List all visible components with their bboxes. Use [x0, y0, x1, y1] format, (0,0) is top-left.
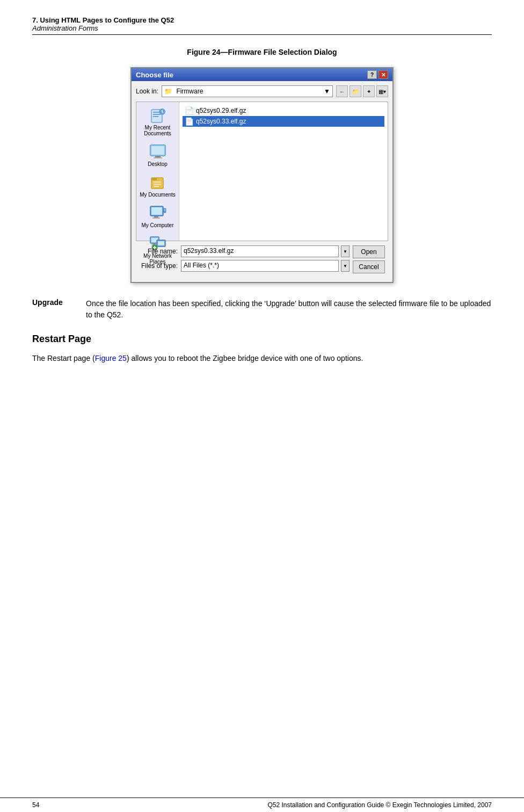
open-button[interactable]: Open	[353, 245, 385, 258]
page-header: 7. Using HTML Pages to Configure the Q52…	[32, 16, 492, 35]
svg-rect-20	[164, 209, 165, 211]
upgrade-definition-text: Once the file location has been specifie…	[86, 298, 492, 321]
filename-value: q52sys0.33.elf.gz	[184, 247, 234, 255]
svg-rect-2	[153, 114, 161, 115]
svg-rect-8	[155, 156, 161, 157]
fields-section: File name: q52sys0.33.elf.gz ▼	[139, 245, 350, 274]
filename-input-wrapper: q52sys0.33.elf.gz ▼	[181, 245, 350, 257]
filename-dropdown-arrow[interactable]: ▼	[341, 245, 350, 257]
content-section: Upgrade Once the file location has been …	[32, 298, 492, 364]
svg-rect-23	[152, 243, 156, 244]
file-name-1: q52sys0.29.elf.gz	[196, 107, 246, 114]
svg-rect-12	[154, 182, 161, 183]
svg-rect-18	[152, 218, 160, 219]
svg-rect-11	[151, 178, 157, 180]
dialog-body: Look in: 📁 Firmware ▼ ← 📁 ✦ ▦▾	[132, 81, 392, 282]
restart-text-after: ) allows you to reboot the Zigbee bridge…	[127, 354, 363, 363]
computer-icon	[149, 204, 166, 221]
chapter-title: 7. Using HTML Pages to Configure the Q52	[32, 16, 492, 24]
lookin-value: Firmware	[176, 88, 203, 95]
filetype-input[interactable]: All Files (*.*)	[181, 260, 339, 272]
file-item-1[interactable]: 📄 q52sys0.29.elf.gz	[183, 105, 384, 116]
filename-input[interactable]: q52sys0.33.elf.gz	[181, 245, 339, 257]
restart-heading: Restart Page	[32, 334, 492, 345]
dialog-main-area: My Recent Documents	[136, 102, 388, 241]
figure-container: Choose file ? ✕ Look in: 📁 Firmware	[32, 67, 492, 283]
folder-icon: 📁	[164, 88, 172, 95]
dropdown-arrow-icon: ▼	[324, 88, 330, 95]
close-button[interactable]: ✕	[379, 70, 388, 79]
sidebar-item-recent[interactable]: My Recent Documents	[139, 106, 177, 136]
svg-rect-9	[154, 157, 162, 158]
view-button[interactable]: ▦▾	[376, 85, 388, 97]
back-button[interactable]: ←	[336, 85, 348, 97]
filetype-row: Files of type: All Files (*.*) ▼	[139, 260, 350, 272]
upgrade-term: Upgrade	[32, 298, 75, 321]
filetype-label: Files of type:	[139, 262, 178, 270]
copyright: Q52 Installation and Configuration Guide…	[267, 801, 492, 809]
svg-rect-16	[151, 207, 162, 215]
bottom-row: File name: q52sys0.33.elf.gz ▼	[139, 245, 385, 274]
svg-rect-26	[158, 241, 164, 245]
toolbar-icons: ← 📁 ✦ ▦▾	[336, 85, 388, 97]
sidebar-label-documents: My Documents	[140, 192, 176, 198]
filetype-input-wrapper: All Files (*.*) ▼	[181, 260, 350, 272]
upgrade-definition: Upgrade Once the file location has been …	[32, 298, 492, 321]
desktop-icon	[149, 143, 166, 160]
up-folder-button[interactable]: 📁	[350, 85, 361, 97]
filetype-dropdown-arrow[interactable]: ▼	[341, 260, 350, 272]
sidebar-item-desktop[interactable]: Desktop	[139, 143, 177, 167]
cancel-button[interactable]: Cancel	[353, 260, 385, 273]
lookin-dropdown[interactable]: 📁 Firmware ▼	[162, 85, 333, 97]
svg-rect-3	[153, 116, 158, 117]
dialog-titlebar: Choose file ? ✕	[132, 68, 392, 81]
sidebar-label-computer: My Computer	[141, 222, 173, 228]
file-name-2: q52sys0.33.elf.gz	[196, 118, 246, 125]
documents-icon	[149, 173, 166, 191]
recent-icon	[149, 106, 166, 124]
file-dialog: Choose file ? ✕ Look in: 📁 Firmware	[130, 67, 394, 283]
restart-text-before: The Restart page (	[32, 354, 95, 363]
sidebar-label-recent: My Recent Documents	[139, 125, 177, 136]
sidebar-panel: My Recent Documents	[136, 102, 179, 241]
svg-rect-17	[154, 216, 158, 218]
dialog-title: Choose file	[136, 71, 173, 79]
filetype-value: All Files (*.*)	[184, 262, 219, 269]
create-folder-button[interactable]: ✦	[363, 85, 375, 97]
figure25-link[interactable]: Figure 25	[95, 354, 127, 363]
lookin-label: Look in:	[136, 88, 158, 95]
footer: 54 Q52 Installation and Configuration Gu…	[0, 798, 524, 812]
help-button[interactable]: ?	[367, 70, 377, 79]
file-icon-1: 📄	[185, 106, 194, 115]
dialog-controls: ? ✕	[367, 70, 388, 79]
bottom-section: File name: q52sys0.33.elf.gz ▼	[136, 241, 388, 278]
file-icon-2: 📄	[185, 117, 194, 126]
sidebar-item-documents[interactable]: My Documents	[139, 173, 177, 198]
sidebar-label-desktop: Desktop	[148, 161, 168, 167]
restart-paragraph: The Restart page (Figure 25) allows you …	[32, 352, 492, 364]
svg-rect-7	[151, 146, 164, 155]
filename-row: File name: q52sys0.33.elf.gz ▼	[139, 245, 350, 257]
lookin-row: Look in: 📁 Firmware ▼ ← 📁 ✦ ▦▾	[136, 85, 388, 97]
file-list-area[interactable]: 📄 q52sys0.29.elf.gz 📄 q52sys0.33.elf.gz	[179, 102, 388, 241]
section-title: Administration Forms	[32, 24, 492, 32]
file-item-2[interactable]: 📄 q52sys0.33.elf.gz	[183, 116, 384, 127]
svg-rect-14	[154, 186, 159, 187]
sidebar-item-computer[interactable]: My Computer	[139, 204, 177, 228]
svg-rect-13	[154, 184, 161, 185]
filename-label: File name:	[139, 248, 178, 255]
action-buttons: Open Cancel	[353, 245, 385, 273]
figure-title: Figure 24—Firmware File Selection Dialog	[32, 48, 492, 56]
page-number: 54	[32, 801, 39, 809]
